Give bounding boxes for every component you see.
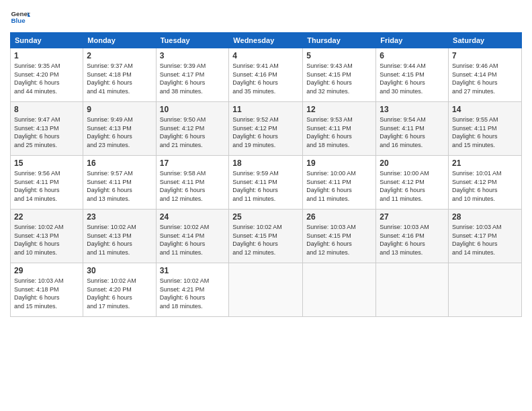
day-number: 20 (380, 158, 445, 168)
day-cell: 10Sunrise: 9:50 AM Sunset: 4:12 PM Dayli… (156, 102, 229, 156)
day-number: 23 (87, 212, 152, 222)
day-info: Sunrise: 9:55 AM Sunset: 4:11 PM Dayligh… (452, 116, 518, 149)
day-cell: 27Sunrise: 10:03 AM Sunset: 4:16 PM Dayl… (376, 210, 449, 263)
day-number: 31 (160, 266, 226, 275)
day-info: Sunrise: 9:57 AM Sunset: 4:11 PM Dayligh… (87, 169, 152, 203)
day-info: Sunrise: 10:02 AM Sunset: 4:21 PM Daylig… (160, 277, 226, 310)
week-row-1: 1Sunrise: 9:35 AM Sunset: 4:20 PM Daylig… (11, 48, 522, 102)
svg-text:Blue: Blue (11, 17, 26, 24)
day-number: 1 (14, 51, 79, 60)
day-cell: 4Sunrise: 9:41 AM Sunset: 4:16 PM Daylig… (229, 48, 303, 102)
week-row-2: 8Sunrise: 9:47 AM Sunset: 4:13 PM Daylig… (11, 102, 522, 156)
day-cell: 1Sunrise: 9:35 AM Sunset: 4:20 PM Daylig… (11, 48, 83, 102)
day-info: Sunrise: 10:02 AM Sunset: 4:13 PM Daylig… (14, 223, 79, 257)
day-number: 25 (232, 212, 299, 222)
day-cell: 6Sunrise: 9:44 AM Sunset: 4:15 PM Daylig… (376, 48, 449, 102)
day-info: Sunrise: 10:02 AM Sunset: 4:14 PM Daylig… (160, 223, 226, 257)
day-info: Sunrise: 9:39 AM Sunset: 4:17 PM Dayligh… (160, 62, 226, 95)
day-cell: 5Sunrise: 9:43 AM Sunset: 4:15 PM Daylig… (303, 48, 376, 102)
header: General Blue (10, 7, 522, 27)
day-info: Sunrise: 9:46 AM Sunset: 4:14 PM Dayligh… (452, 62, 518, 95)
day-info: Sunrise: 9:37 AM Sunset: 4:18 PM Dayligh… (87, 62, 152, 95)
day-cell: 12Sunrise: 9:53 AM Sunset: 4:11 PM Dayli… (303, 102, 376, 156)
day-number: 17 (160, 158, 226, 168)
col-header-thursday: Thursday (303, 33, 376, 48)
day-number: 2 (87, 51, 152, 60)
day-info: Sunrise: 9:53 AM Sunset: 4:11 PM Dayligh… (306, 116, 372, 149)
day-number: 13 (380, 105, 445, 114)
day-info: Sunrise: 9:47 AM Sunset: 4:13 PM Dayligh… (14, 116, 79, 149)
day-info: Sunrise: 9:52 AM Sunset: 4:12 PM Dayligh… (232, 116, 299, 149)
day-cell: 14Sunrise: 9:55 AM Sunset: 4:11 PM Dayli… (449, 102, 522, 156)
day-info: Sunrise: 10:03 AM Sunset: 4:17 PM Daylig… (452, 223, 518, 257)
col-header-wednesday: Wednesday (229, 33, 303, 48)
day-info: Sunrise: 9:44 AM Sunset: 4:15 PM Dayligh… (380, 62, 445, 95)
day-number: 10 (160, 105, 226, 114)
day-cell: 19Sunrise: 10:00 AM Sunset: 4:11 PM Dayl… (303, 156, 376, 210)
col-header-friday: Friday (376, 33, 449, 48)
day-cell: 7Sunrise: 9:46 AM Sunset: 4:14 PM Daylig… (449, 48, 522, 102)
day-number: 30 (87, 266, 152, 275)
day-number: 27 (380, 212, 445, 222)
day-number: 9 (87, 105, 152, 114)
day-number: 28 (452, 212, 518, 222)
day-info: Sunrise: 9:56 AM Sunset: 4:11 PM Dayligh… (14, 169, 79, 203)
header-row: SundayMondayTuesdayWednesdayThursdayFrid… (11, 33, 522, 48)
day-info: Sunrise: 10:03 AM Sunset: 4:15 PM Daylig… (306, 223, 372, 257)
day-cell: 26Sunrise: 10:03 AM Sunset: 4:15 PM Dayl… (303, 210, 376, 263)
day-cell: 9Sunrise: 9:49 AM Sunset: 4:13 PM Daylig… (83, 102, 156, 156)
day-cell: 30Sunrise: 10:02 AM Sunset: 4:20 PM Dayl… (83, 263, 156, 317)
week-row-3: 15Sunrise: 9:56 AM Sunset: 4:11 PM Dayli… (11, 156, 522, 210)
logo-icon: General Blue (10, 7, 30, 27)
day-cell: 2Sunrise: 9:37 AM Sunset: 4:18 PM Daylig… (83, 48, 156, 102)
day-cell: 25Sunrise: 10:02 AM Sunset: 4:15 PM Dayl… (229, 210, 303, 263)
day-number: 26 (306, 212, 372, 222)
day-cell: 8Sunrise: 9:47 AM Sunset: 4:13 PM Daylig… (11, 102, 83, 156)
day-cell: 3Sunrise: 9:39 AM Sunset: 4:17 PM Daylig… (156, 48, 229, 102)
day-cell (229, 263, 303, 317)
day-cell: 16Sunrise: 9:57 AM Sunset: 4:11 PM Dayli… (83, 156, 156, 210)
day-info: Sunrise: 10:02 AM Sunset: 4:20 PM Daylig… (87, 277, 152, 310)
day-cell: 17Sunrise: 9:58 AM Sunset: 4:11 PM Dayli… (156, 156, 229, 210)
day-number: 11 (232, 105, 299, 114)
day-info: Sunrise: 10:03 AM Sunset: 4:16 PM Daylig… (380, 223, 445, 257)
day-number: 14 (452, 105, 518, 114)
day-number: 18 (232, 158, 299, 168)
day-info: Sunrise: 9:43 AM Sunset: 4:15 PM Dayligh… (306, 62, 372, 95)
week-row-4: 22Sunrise: 10:02 AM Sunset: 4:13 PM Dayl… (11, 210, 522, 263)
day-info: Sunrise: 9:59 AM Sunset: 4:11 PM Dayligh… (232, 169, 299, 203)
day-cell: 22Sunrise: 10:02 AM Sunset: 4:13 PM Dayl… (11, 210, 83, 263)
day-cell (449, 263, 522, 317)
day-cell: 18Sunrise: 9:59 AM Sunset: 4:11 PM Dayli… (229, 156, 303, 210)
col-header-tuesday: Tuesday (156, 33, 229, 48)
day-number: 19 (306, 158, 372, 168)
page: General Blue SundayMondayTuesdayWednesda… (0, 0, 532, 411)
day-cell: 20Sunrise: 10:00 AM Sunset: 4:12 PM Dayl… (376, 156, 449, 210)
day-number: 8 (14, 105, 79, 114)
day-cell (303, 263, 376, 317)
day-cell (376, 263, 449, 317)
day-info: Sunrise: 10:01 AM Sunset: 4:12 PM Daylig… (452, 169, 518, 203)
day-cell: 24Sunrise: 10:02 AM Sunset: 4:14 PM Dayl… (156, 210, 229, 263)
week-row-5: 29Sunrise: 10:03 AM Sunset: 4:18 PM Dayl… (11, 263, 522, 317)
svg-text:General: General (11, 10, 31, 17)
day-cell: 28Sunrise: 10:03 AM Sunset: 4:17 PM Dayl… (449, 210, 522, 263)
day-number: 21 (452, 158, 518, 168)
day-cell: 11Sunrise: 9:52 AM Sunset: 4:12 PM Dayli… (229, 102, 303, 156)
calendar-table: SundayMondayTuesdayWednesdayThursdayFrid… (10, 32, 522, 317)
day-number: 16 (87, 158, 152, 168)
day-cell: 29Sunrise: 10:03 AM Sunset: 4:18 PM Dayl… (11, 263, 83, 317)
day-info: Sunrise: 10:03 AM Sunset: 4:18 PM Daylig… (14, 277, 79, 310)
day-number: 7 (452, 51, 518, 60)
day-info: Sunrise: 9:35 AM Sunset: 4:20 PM Dayligh… (14, 62, 79, 95)
day-number: 4 (232, 51, 299, 60)
day-info: Sunrise: 10:02 AM Sunset: 4:13 PM Daylig… (87, 223, 152, 257)
day-number: 5 (306, 51, 372, 60)
day-number: 29 (14, 266, 79, 275)
logo: General Blue (10, 7, 30, 27)
day-cell: 13Sunrise: 9:54 AM Sunset: 4:11 PM Dayli… (376, 102, 449, 156)
day-info: Sunrise: 9:50 AM Sunset: 4:12 PM Dayligh… (160, 116, 226, 149)
day-cell: 15Sunrise: 9:56 AM Sunset: 4:11 PM Dayli… (11, 156, 83, 210)
day-info: Sunrise: 9:58 AM Sunset: 4:11 PM Dayligh… (160, 169, 226, 203)
day-info: Sunrise: 9:41 AM Sunset: 4:16 PM Dayligh… (232, 62, 299, 95)
